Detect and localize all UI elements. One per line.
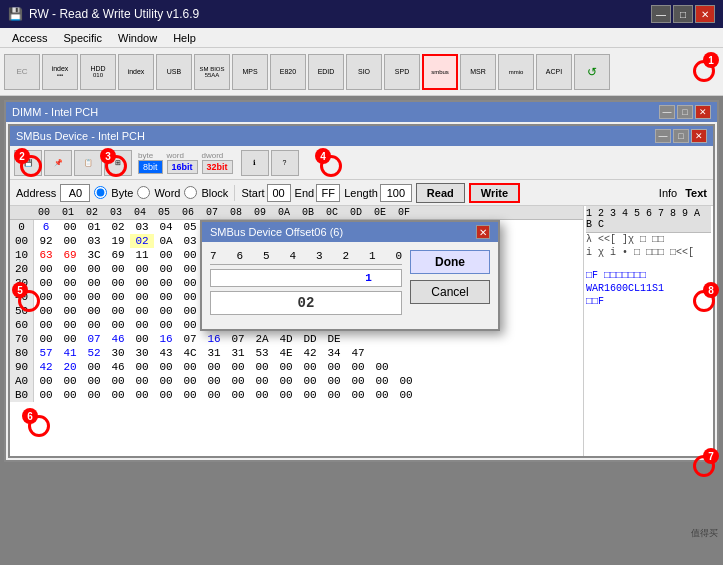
toolbar-btn-ec[interactable]: EC (4, 54, 40, 90)
main-toolbar: EC index ▪▪▪ HDD 010 index USB SM BIOS 5… (0, 48, 723, 96)
col-header-05: 05 (152, 206, 176, 219)
info-btn[interactable]: ℹ (241, 150, 269, 176)
col-header-06: 06 (176, 206, 200, 219)
help-btn[interactable]: ? (271, 150, 299, 176)
smbus-close[interactable]: ✕ (691, 129, 707, 143)
word-radio-group: Word (137, 186, 180, 199)
modal-close-button[interactable]: ✕ (476, 225, 490, 239)
col-header-0d: 0D (344, 206, 368, 219)
close-button[interactable]: ✕ (695, 5, 715, 23)
side-panel: 1 2 3 4 5 6 7 8 9 A B C λ <<[ ]χ □ □□ i … (583, 206, 713, 456)
length-group: Length (344, 184, 412, 202)
separator1 (234, 185, 235, 201)
done-button[interactable]: Done (410, 250, 490, 274)
smbus-table-btn[interactable]: ⊞ (104, 150, 132, 176)
toolbar-btn-mps[interactable]: MPS (232, 54, 268, 90)
hex-value-text: 02 (298, 295, 315, 311)
save-icon: 💾 (24, 159, 33, 167)
text-tab[interactable]: Text (685, 187, 707, 199)
word-radio[interactable] (137, 186, 150, 199)
toolbar-btn-refresh[interactable]: ↺ (574, 54, 610, 90)
toolbar-btn-sio[interactable]: SIO (346, 54, 382, 90)
smbus-minimize[interactable]: — (655, 129, 671, 143)
bit-value-row: 1 (210, 269, 402, 287)
toolbar-btn-index1[interactable]: index ▪▪▪ (42, 54, 78, 90)
toolbar-btn-acpi[interactable]: ACPI (536, 54, 572, 90)
menu-access[interactable]: Access (4, 31, 55, 45)
address-row: Address Byte Word Block (10, 180, 713, 206)
length-label: Length (344, 187, 378, 199)
toolbar-btn-smbus[interactable]: smbus (422, 54, 458, 90)
table-row: A0 00 00 00 00 00 00 00 00 00 00 00 (10, 374, 583, 388)
col-header-08: 08 (224, 206, 248, 219)
info-tab[interactable]: Info (659, 187, 677, 199)
read-button[interactable]: Read (416, 183, 465, 203)
smbus-save-btn[interactable]: 💾 (14, 150, 42, 176)
col-header-0b: 0B (296, 206, 320, 219)
col-header-07: 07 (200, 206, 224, 219)
smbus-controls: — □ ✕ (655, 129, 707, 143)
copy-icon: 📋 (84, 159, 93, 167)
dimm-maximize[interactable]: □ (677, 105, 693, 119)
block-radio[interactable] (184, 186, 197, 199)
toolbar-btn-spd[interactable]: SPD (384, 54, 420, 90)
table-row: 70 00 00 07 46 00 16 07 16 07 2A 4D (10, 332, 583, 346)
menu-window[interactable]: Window (110, 31, 165, 45)
byte-label: byte (138, 151, 163, 160)
maximize-button[interactable]: □ (673, 5, 693, 23)
toolbar-btn-index2[interactable]: index (118, 54, 154, 90)
table-icon: ⊞ (115, 159, 121, 167)
title-bar: 💾 RW - Read & Write Utility v1.6.9 — □ ✕ (0, 0, 723, 28)
address-label: Address (16, 187, 56, 199)
title-bar-controls: — □ ✕ (651, 5, 715, 23)
dimm-minimize[interactable]: — (659, 105, 675, 119)
byte-radio-group: Byte (94, 186, 133, 199)
toolbar-btn-msr[interactable]: MSR (460, 54, 496, 90)
menu-help[interactable]: Help (165, 31, 204, 45)
end-group: End (295, 184, 341, 202)
word-label: word (167, 151, 198, 160)
start-group: Start (241, 184, 290, 202)
app-icon: 💾 (8, 7, 23, 21)
smbus-title-bar: SMBus Device - Intel PCH — □ ✕ (10, 126, 713, 146)
toolbar-btn-edid[interactable]: EDID (308, 54, 344, 90)
table-row: 80 57 41 52 30 30 43 4C 31 31 53 4E (10, 346, 583, 360)
smbus-pin-btn[interactable]: 📌 (44, 150, 72, 176)
title-bar-left: 💾 RW - Read & Write Utility v1.6.9 (8, 7, 199, 21)
corner-cell (10, 206, 32, 219)
dimm-close[interactable]: ✕ (695, 105, 711, 119)
menu-specific[interactable]: Specific (55, 31, 110, 45)
write-button[interactable]: Write (469, 183, 520, 203)
pin-icon: 📌 (54, 159, 63, 167)
minimize-button[interactable]: — (651, 5, 671, 23)
byte-radio-label: Byte (111, 187, 133, 199)
col-header-01: 01 (56, 206, 80, 219)
bit16-btn[interactable]: 16bit (167, 160, 198, 174)
col-header-0e: 0E (368, 206, 392, 219)
length-input[interactable] (380, 184, 412, 202)
end-label: End (295, 187, 315, 199)
col-header-0f: 0F (392, 206, 416, 219)
byte-radio[interactable] (94, 186, 107, 199)
bit8-btn[interactable]: 8bit (138, 160, 163, 174)
smbus-maximize[interactable]: □ (673, 129, 689, 143)
smbus-copy-btn[interactable]: 📋 (74, 150, 102, 176)
bit32-btn[interactable]: 32bit (202, 160, 233, 174)
start-input[interactable] (267, 184, 291, 202)
bit-header: 7 6 5 4 3 2 1 0 (210, 250, 402, 265)
dimm-controls: — □ ✕ (659, 105, 711, 119)
address-input[interactable] (60, 184, 90, 202)
toolbar-btn-hdd[interactable]: HDD 010 (80, 54, 116, 90)
modal-title-bar: SMBus Device Offset06 (6) ✕ (202, 222, 498, 242)
dword-label: dword (202, 151, 233, 160)
toolbar-btn-usb[interactable]: USB (156, 54, 192, 90)
end-input[interactable] (316, 184, 340, 202)
col-header-04: 04 (128, 206, 152, 219)
start-label: Start (241, 187, 264, 199)
menu-bar: Access Specific Window Help (0, 28, 723, 48)
toolbar-btn-smbios[interactable]: SM BIOS 55AA (194, 54, 230, 90)
cancel-button[interactable]: Cancel (410, 280, 490, 304)
toolbar-btn-e820[interactable]: E820 (270, 54, 306, 90)
block-radio-group: Block (184, 186, 228, 199)
toolbar-btn-mmio[interactable]: mmio (498, 54, 534, 90)
